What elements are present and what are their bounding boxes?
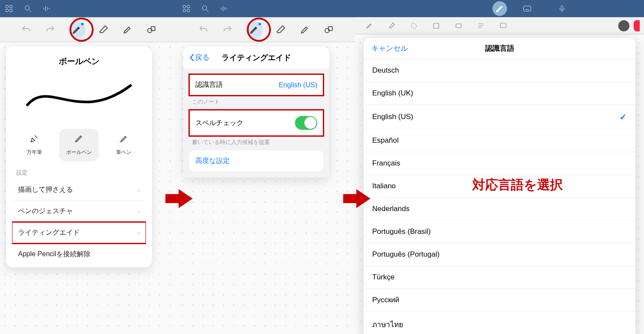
- pane-writing-aid: 戻る ライティングエイド 認識言語 English (US) このノート スペル…: [177, 0, 355, 334]
- redo-icon[interactable]: [44, 24, 56, 36]
- pen-tool-selected[interactable]: [246, 21, 263, 38]
- language-label: Português (Brasil): [372, 227, 431, 236]
- grid-icon[interactable]: [182, 4, 191, 13]
- svg-rect-1: [10, 6, 12, 8]
- pen-tool-selected[interactable]: [68, 21, 85, 38]
- svg-rect-2: [6, 9, 9, 12]
- scribble-pen-icon[interactable]: [492, 1, 507, 16]
- language-row[interactable]: Nederlands: [364, 198, 635, 221]
- top-bar: [177, 0, 355, 17]
- canvas-area: ボールペン 万年筆 ボールペン 筆ペン 設定: [0, 42, 177, 334]
- language-label: Português (Portugal): [372, 250, 440, 259]
- language-row[interactable]: English (UK): [364, 82, 635, 105]
- language-label: English (UK): [372, 89, 413, 98]
- language-label: Deutsch: [372, 66, 399, 75]
- svg-rect-12: [183, 6, 186, 8]
- eraser-icon[interactable]: [97, 24, 109, 36]
- arrow-icon: [164, 188, 194, 209]
- peek-toolbar: [355, 17, 644, 34]
- svg-point-4: [25, 6, 29, 10]
- svg-rect-24: [524, 6, 531, 11]
- search-icon[interactable]: [23, 4, 33, 13]
- chevron-right-icon: ›: [138, 186, 140, 194]
- chevron-right-icon: ›: [138, 229, 140, 237]
- language-label: Français: [372, 159, 400, 168]
- popover-header: 戻る ライティングエイド: [183, 46, 329, 68]
- pen-type-fountain[interactable]: 万年筆: [15, 129, 54, 160]
- language-row[interactable]: Español: [364, 129, 635, 152]
- row-spellcheck[interactable]: スペルチェック: [189, 110, 323, 136]
- modal-title: 認識言語: [485, 43, 514, 53]
- settings-list: 描画して押さえる › ペンのジェスチャ › ライティングエイド › Apple …: [12, 179, 146, 265]
- row-disconnect-pencil[interactable]: Apple Pencilを接続解除: [12, 244, 146, 265]
- pen-type-brush[interactable]: 筆ペン: [104, 129, 143, 160]
- row-advanced[interactable]: 高度な設定: [189, 150, 323, 172]
- language-row[interactable]: Türkçe: [364, 266, 635, 289]
- toggle-on[interactable]: [295, 116, 317, 130]
- check-icon: ✓: [620, 112, 627, 122]
- language-row[interactable]: ภาษาไทย: [364, 312, 635, 334]
- shapes-icon[interactable]: [146, 24, 158, 36]
- hint-text: 書いている時に入力候補を提案: [192, 138, 321, 146]
- pane-language-select: キャンセル 認識言語 DeutschEnglish (UK)English (U…: [355, 0, 644, 334]
- svg-rect-3: [10, 9, 12, 12]
- pen-popover: ボールペン 万年筆 ボールペン 筆ペン 設定: [6, 46, 152, 267]
- language-row[interactable]: English (US)✓: [364, 105, 635, 129]
- settings-header: 設定: [16, 169, 142, 177]
- stroke-preview: [6, 75, 152, 118]
- highlighter-icon[interactable]: [122, 24, 134, 36]
- pane-pen-settings: ボールペン 万年筆 ボールペン 筆ペン 設定: [0, 0, 177, 334]
- popover-title: ライティングエイド: [222, 52, 291, 63]
- svg-point-32: [411, 23, 416, 28]
- language-row[interactable]: Deutsch: [364, 59, 635, 82]
- language-row[interactable]: Français: [364, 152, 635, 175]
- language-row[interactable]: Português (Portugal): [364, 243, 635, 266]
- svg-rect-33: [434, 23, 439, 28]
- language-row[interactable]: Русский: [364, 289, 635, 312]
- svg-line-17: [207, 10, 209, 12]
- undo-icon[interactable]: [20, 24, 32, 36]
- arrow-icon: [342, 188, 371, 209]
- top-bar: [0, 0, 177, 17]
- grid-icon[interactable]: [4, 4, 14, 13]
- modal-backdrop: キャンセル 認識言語 DeutschEnglish (UK)English (U…: [355, 17, 644, 334]
- language-row[interactable]: Português (Brasil): [364, 221, 635, 243]
- section-note: このノート: [192, 98, 321, 106]
- mic-icon[interactable]: [557, 4, 567, 13]
- canvas-area: 戻る ライティングエイド 認識言語 English (US) このノート スペル…: [177, 42, 355, 334]
- highlighter-icon[interactable]: [299, 24, 311, 36]
- tool-bar: [0, 17, 177, 42]
- language-label: English (US): [372, 113, 413, 121]
- audio-icon[interactable]: [42, 4, 52, 13]
- chevron-right-icon: ›: [138, 208, 140, 215]
- shapes-icon[interactable]: [323, 24, 335, 36]
- modal-header: キャンセル 認識言語: [364, 38, 635, 59]
- svg-rect-13: [187, 6, 190, 8]
- language-label: Español: [372, 136, 398, 145]
- writing-aid-popover: 戻る ライティングエイド 認識言語 English (US) このノート スペル…: [183, 46, 329, 178]
- cancel-button[interactable]: キャンセル: [371, 43, 408, 53]
- row-draw-hold[interactable]: 描画して押さえる ›: [12, 179, 146, 201]
- language-list[interactable]: DeutschEnglish (UK)English (US)✓EspañolF…: [364, 59, 635, 334]
- pen-type-ballpoint[interactable]: ボールペン: [60, 129, 98, 160]
- pen-type-row: 万年筆 ボールペン 筆ペン: [12, 129, 146, 160]
- language-label: ภาษาไทย: [372, 319, 403, 330]
- eraser-icon[interactable]: [275, 24, 287, 36]
- svg-rect-14: [183, 9, 186, 12]
- audio-icon[interactable]: [219, 4, 229, 13]
- callout-text: 対応言語を選択: [472, 176, 563, 194]
- undo-icon[interactable]: [197, 24, 210, 36]
- row-pen-gesture[interactable]: ペンのジェスチャ ›: [12, 201, 146, 222]
- back-button[interactable]: 戻る: [189, 52, 210, 62]
- popover-title: ボールペン: [6, 56, 152, 67]
- row-recognition-language[interactable]: 認識言語 English (US): [189, 74, 323, 95]
- bluetooth-dot-icon: [81, 23, 84, 25]
- row-writing-aid[interactable]: ライティングエイド ›: [12, 222, 146, 244]
- language-label: Türkçe: [372, 273, 395, 282]
- keyboard-icon[interactable]: [522, 4, 532, 13]
- search-icon[interactable]: [200, 4, 210, 13]
- avatar[interactable]: [618, 20, 629, 31]
- language-label: Русский: [372, 296, 399, 304]
- redo-icon[interactable]: [222, 24, 234, 36]
- top-bar: [355, 0, 644, 17]
